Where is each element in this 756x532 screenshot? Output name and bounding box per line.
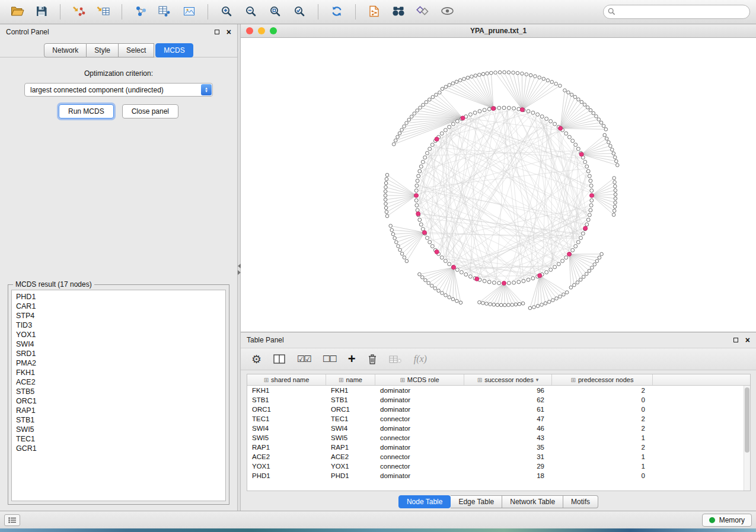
mcds-result-item[interactable]: YOX1 (16, 330, 221, 339)
column-header-name[interactable]: ⊞name (326, 374, 375, 385)
table-panel: Table Panel × ⚙ ☑☑ ☐☐ + f(x) (241, 332, 756, 511)
mcds-result-item[interactable]: ACE2 (16, 377, 221, 387)
float-panel-icon[interactable] (733, 338, 738, 342)
function-builder-button[interactable]: f(x) (414, 354, 427, 364)
delete-column-button[interactable] (368, 354, 377, 364)
table-row[interactable]: SWI4SWI4dominator462 (247, 424, 750, 433)
tab-network-table[interactable]: Network Table (502, 495, 563, 508)
optimization-criterion-select[interactable]: largest connected component (undirected)… (24, 83, 213, 97)
share-document-button[interactable] (363, 2, 385, 21)
table-row[interactable]: TEC1TEC1connector472 (247, 414, 750, 424)
table-row[interactable]: YOX1YOX1connector291 (247, 462, 750, 471)
zoom-selected-button[interactable] (288, 2, 311, 21)
show-hide-button[interactable] (436, 2, 458, 21)
find-button[interactable] (387, 2, 410, 21)
tab-edge-table[interactable]: Edge Table (451, 495, 502, 508)
table-settings-button[interactable]: ⚙ (251, 354, 261, 365)
table-cell: FKH1 (326, 387, 375, 394)
annotation-button[interactable] (412, 2, 434, 21)
tab-select[interactable]: Select (119, 43, 154, 57)
zoom-out-button[interactable] (240, 2, 262, 21)
mcds-result-item[interactable]: SRD1 (16, 349, 221, 358)
table-row[interactable]: STB1STB1dominator620 (247, 395, 750, 405)
mcds-result-item[interactable]: PHD1 (16, 292, 221, 302)
run-mcds-button[interactable]: Run MCDS (59, 104, 114, 118)
network-canvas[interactable] (241, 38, 756, 332)
table-cell: TEC1 (326, 415, 375, 422)
table-scrollbar[interactable] (744, 386, 750, 491)
import-table-button[interactable] (92, 2, 114, 21)
show-columns-button[interactable] (273, 354, 285, 364)
table-cell: 46 (464, 425, 552, 432)
mcds-result-item[interactable]: CAR1 (16, 302, 221, 311)
table-row[interactable]: FKH1FKH1dominator962 (247, 386, 750, 395)
mcds-result-group: MCDS result (17 nodes) PHD1CAR1STP4TID3Y… (8, 284, 229, 505)
toolbar-separator (60, 4, 60, 20)
network-window-titlebar: YPA_prune.txt_1 (241, 24, 756, 38)
task-history-button[interactable] (4, 514, 20, 526)
zoom-fit-button[interactable] (264, 2, 286, 21)
network-graph[interactable] (241, 38, 756, 332)
column-header-shared-name[interactable]: ⊞shared name (247, 374, 326, 385)
scrollbar-thumb[interactable] (745, 387, 749, 453)
column-header-predecessor-nodes[interactable]: ⊞predecessor nodes (552, 374, 653, 385)
tab-style[interactable]: Style (87, 43, 119, 57)
mcds-result-item[interactable]: STP4 (16, 311, 221, 321)
mcds-result-item[interactable]: RAP1 (16, 406, 221, 415)
diamond-shapes-icon (416, 5, 430, 18)
tab-motifs[interactable]: Motifs (563, 495, 598, 508)
import-network-button[interactable] (68, 2, 90, 21)
mcds-result-item[interactable]: STB1 (16, 415, 221, 425)
tab-network[interactable]: Network (44, 43, 87, 57)
mcds-result-item[interactable]: TEC1 (16, 434, 221, 444)
open-session-button[interactable] (6, 2, 28, 21)
maximize-window-icon[interactable] (270, 27, 277, 34)
close-window-icon[interactable] (246, 27, 253, 34)
mcds-result-item[interactable]: STB5 (16, 387, 221, 396)
table-cell: 2 (552, 387, 653, 394)
minimize-window-icon[interactable] (258, 27, 265, 34)
table-panel-header: Table Panel × (241, 332, 756, 348)
column-header-MCDS-role[interactable]: ⊞MCDS role (375, 374, 464, 385)
export-image-button[interactable] (178, 2, 200, 21)
table-cell: SWI4 (326, 425, 375, 432)
tab-node-table[interactable]: Node Table (398, 495, 451, 508)
mcds-result-item[interactable]: SWI4 (16, 339, 221, 349)
new-table-button[interactable] (154, 2, 176, 21)
close-panel-button[interactable]: Close panel (122, 104, 178, 118)
table-cell: ORC1 (247, 406, 326, 413)
float-panel-icon[interactable] (215, 30, 219, 34)
table-row[interactable]: PHD1PHD1dominator180 (247, 471, 750, 480)
mcds-result-item[interactable]: PMA2 (16, 358, 221, 368)
column-header-successor-nodes[interactable]: ⊞successor nodes▾ (464, 374, 552, 385)
apply-layout-button[interactable] (326, 2, 348, 21)
table-row[interactable]: SWI5SWI5connector431 (247, 433, 750, 443)
create-column-button[interactable]: + (348, 353, 356, 365)
table-cell: ACE2 (326, 453, 375, 460)
main-toolbar (0, 0, 756, 24)
mcds-result-item[interactable]: ORC1 (16, 396, 221, 406)
mcds-result-item[interactable]: TID3 (16, 321, 221, 330)
new-network-button[interactable] (129, 2, 152, 21)
table-row[interactable]: ACE2ACE2connector311 (247, 452, 750, 462)
table-cell: connector (375, 415, 464, 422)
delete-table-button[interactable] (389, 355, 402, 364)
zoom-in-button[interactable] (215, 2, 238, 21)
mcds-result-item[interactable]: GCR1 (16, 444, 221, 453)
mcds-result-item[interactable]: FKH1 (16, 368, 221, 377)
deselect-all-columns-button[interactable]: ☐☐ (323, 354, 336, 364)
tab-mcds[interactable]: MCDS (155, 43, 193, 57)
memory-button[interactable]: Memory (702, 514, 752, 527)
table-cell: 31 (464, 453, 552, 460)
table-row[interactable]: RAP1RAP1dominator352 (247, 443, 750, 452)
select-all-columns-button[interactable]: ☑☑ (297, 354, 311, 364)
search-input[interactable] (603, 5, 750, 19)
table-cell: 61 (464, 406, 552, 413)
close-panel-icon[interactable]: × (227, 29, 231, 35)
save-session-button[interactable] (30, 2, 53, 21)
mcds-result-item[interactable]: SWI5 (16, 425, 221, 434)
eye-icon (441, 7, 454, 17)
table-row[interactable]: ORC1ORC1dominator610 (247, 405, 750, 414)
close-panel-icon[interactable]: × (745, 337, 750, 343)
table-cell: YOX1 (247, 463, 326, 470)
